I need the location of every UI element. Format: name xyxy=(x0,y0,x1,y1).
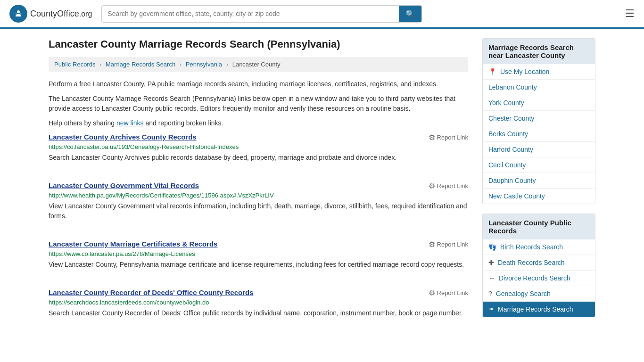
report-link-1[interactable]: ⚙ Report Link xyxy=(429,181,468,190)
use-my-location-link[interactable]: Use My Location xyxy=(500,68,549,75)
new-links-link[interactable]: new links xyxy=(116,119,144,127)
report-icon-2: ⚙ xyxy=(429,240,435,249)
breadcrumb-marriage-records[interactable]: Marriage Records Search xyxy=(106,61,175,68)
result-desc-1: View Lancaster County Government vital r… xyxy=(49,201,468,221)
breadcrumb-sep-3: › xyxy=(226,61,228,68)
nearby-county-item[interactable]: New Castle County xyxy=(483,189,595,204)
pr-icon-0: 👣 xyxy=(488,243,496,251)
public-records-section: Lancaster County Public Records 👣 Birth … xyxy=(482,214,595,317)
logo[interactable]: CountyOffice.org xyxy=(9,5,92,23)
nearby-county-link-6[interactable]: Dauphin County xyxy=(488,177,536,184)
breadcrumb-current: Lancaster County xyxy=(232,61,281,68)
use-my-location-item[interactable]: 📍 Use My Location xyxy=(483,64,595,80)
nearby-county-link-7[interactable]: New Castle County xyxy=(488,192,545,200)
result-desc-3: Search Lancaster County Recorder of Deed… xyxy=(49,308,468,318)
pr-link-4[interactable]: Marriage Records Search xyxy=(498,305,573,313)
result-item: Lancaster County Government Vital Record… xyxy=(49,181,468,230)
pr-icon-4: ⚭ xyxy=(488,305,494,313)
search-bar[interactable]: 🔍 xyxy=(101,5,422,23)
result-item: Lancaster County Recorder of Deeds' Offi… xyxy=(49,288,468,327)
nearby-counties: Lebanon CountyYork CountyChester CountyB… xyxy=(483,80,595,204)
search-button[interactable]: 🔍 xyxy=(399,6,421,22)
logo-icon xyxy=(9,5,27,23)
description-p3: Help others by sharing new links and rep… xyxy=(49,118,468,128)
content-area: Lancaster County Marriage Records Search… xyxy=(49,38,468,337)
nearby-county-item[interactable]: Chester County xyxy=(483,111,595,126)
nearby-county-item[interactable]: Dauphin County xyxy=(483,173,595,189)
nearby-title: Marriage Records Search near Lancaster C… xyxy=(483,39,595,64)
sidebar: Marriage Records Search near Lancaster C… xyxy=(482,38,595,337)
nearby-county-link-5[interactable]: Cecil County xyxy=(488,161,526,169)
result-header-0: Lancaster County Archives County Records… xyxy=(49,133,468,142)
report-link-0[interactable]: ⚙ Report Link xyxy=(429,133,468,142)
search-icon: 🔍 xyxy=(405,10,415,18)
public-records-item[interactable]: 👣 Birth Records Search xyxy=(483,239,595,255)
result-url-3: https://searchdocs.lancasterdeeds.com/co… xyxy=(49,299,468,306)
result-url-1: http://www.health.pa.gov/MyRecords/Certi… xyxy=(49,192,468,199)
report-link-2[interactable]: ⚙ Report Link xyxy=(429,240,468,249)
svg-point-2 xyxy=(16,13,17,15)
pr-link-2[interactable]: Divorce Records Search xyxy=(499,274,570,282)
nearby-county-link-0[interactable]: Lebanon County xyxy=(488,83,537,91)
public-records-item[interactable]: ↔ Divorce Records Search xyxy=(483,271,595,286)
result-header-1: Lancaster County Government Vital Record… xyxy=(49,181,468,190)
nearby-county-item[interactable]: Harford County xyxy=(483,142,595,157)
hamburger-icon: ☰ xyxy=(625,8,635,19)
logo-text: CountyOffice.org xyxy=(30,9,92,19)
pr-link-3[interactable]: Genealogy Search xyxy=(496,290,551,297)
public-records-item[interactable]: ⚭ Marriage Records Search xyxy=(483,302,595,317)
svg-point-3 xyxy=(20,13,22,15)
breadcrumb-public-records[interactable]: Public Records xyxy=(54,61,95,68)
result-item: Lancaster County Archives County Records… xyxy=(49,133,468,171)
public-records-items: 👣 Birth Records Search ✚ Death Records S… xyxy=(483,239,595,317)
public-records-title: Lancaster County Public Records xyxy=(483,214,595,239)
result-item: Lancaster County Marriage Certificates &… xyxy=(49,240,468,278)
result-desc-2: View Lancaster County, Pennsylvania marr… xyxy=(49,260,468,270)
nearby-county-item[interactable]: Lebanon County xyxy=(483,80,595,95)
svg-point-1 xyxy=(17,10,20,13)
results-container: Lancaster County Archives County Records… xyxy=(49,133,468,327)
description-p2: The Lancaster County Marriage Records Se… xyxy=(49,94,468,114)
nearby-county-item[interactable]: York County xyxy=(483,95,595,111)
pr-icon-1: ✚ xyxy=(488,259,494,266)
breadcrumb: Public Records › Marriage Records Search… xyxy=(49,57,468,72)
search-input[interactable] xyxy=(102,6,399,21)
breadcrumb-sep-1: › xyxy=(99,61,101,68)
menu-button[interactable]: ☰ xyxy=(625,8,635,20)
nearby-county-item[interactable]: Berks County xyxy=(483,126,595,142)
result-url-0: https://co.lancaster.pa.us/193/Genealogy… xyxy=(49,143,468,150)
nearby-county-link-1[interactable]: York County xyxy=(488,99,524,107)
result-title-1[interactable]: Lancaster County Government Vital Record… xyxy=(49,181,199,189)
nearby-county-link-3[interactable]: Berks County xyxy=(488,130,528,138)
location-icon: 📍 xyxy=(488,68,496,75)
nearby-county-item[interactable]: Cecil County xyxy=(483,157,595,173)
description-p1: Perform a free Lancaster County, PA publ… xyxy=(49,79,468,89)
breadcrumb-sep-2: › xyxy=(180,61,182,68)
public-records-item[interactable]: ? Genealogy Search xyxy=(483,286,595,302)
result-header-2: Lancaster County Marriage Certificates &… xyxy=(49,240,468,249)
nearby-county-link-4[interactable]: Harford County xyxy=(488,146,533,153)
pr-link-0[interactable]: Birth Records Search xyxy=(500,243,563,251)
page-title: Lancaster County Marriage Records Search… xyxy=(49,38,468,50)
report-icon-1: ⚙ xyxy=(429,181,435,190)
public-records-item[interactable]: ✚ Death Records Search xyxy=(483,255,595,271)
breadcrumb-pennsylvania[interactable]: Pennsylvania xyxy=(186,61,222,68)
pr-link-1[interactable]: Death Records Search xyxy=(498,259,565,266)
nearby-county-link-2[interactable]: Chester County xyxy=(488,115,534,122)
header: CountyOffice.org 🔍 ☰ xyxy=(0,0,644,29)
result-title-0[interactable]: Lancaster County Archives County Records xyxy=(49,133,197,141)
pr-icon-3: ? xyxy=(488,290,492,297)
result-title-2[interactable]: Lancaster County Marriage Certificates &… xyxy=(49,240,217,248)
report-icon-0: ⚙ xyxy=(429,133,435,142)
report-icon-3: ⚙ xyxy=(429,288,435,297)
nearby-section: Marriage Records Search near Lancaster C… xyxy=(482,38,595,204)
result-desc-0: Search Lancaster County Archives public … xyxy=(49,153,468,163)
report-link-3[interactable]: ⚙ Report Link xyxy=(429,288,468,297)
main-container: Lancaster County Marriage Records Search… xyxy=(39,29,605,346)
pr-icon-2: ↔ xyxy=(488,274,495,282)
result-url-2: https://www.co.lancaster.pa.us/278/Marri… xyxy=(49,250,468,257)
result-title-3[interactable]: Lancaster County Recorder of Deeds' Offi… xyxy=(49,288,254,296)
result-header-3: Lancaster County Recorder of Deeds' Offi… xyxy=(49,288,468,297)
